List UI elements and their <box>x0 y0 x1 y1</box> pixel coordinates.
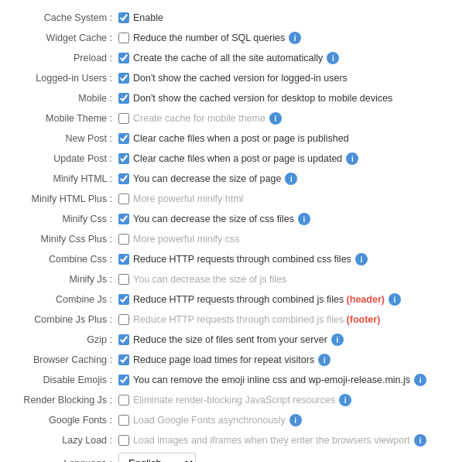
control-minify-html: You can decrease the size of pagei <box>118 173 470 185</box>
row-minify-css: Minify Css :You can decrease the size of… <box>0 209 476 229</box>
control-minify-html-plus: More powerful minify html <box>118 193 470 204</box>
checkbox-logged-in-users[interactable] <box>118 73 129 84</box>
row-minify-html: Minify HTML :You can decrease the size o… <box>0 169 476 189</box>
control-mobile-theme: Create cache for mobile themei <box>118 112 470 125</box>
label-minify-css-plus: Minify Css Plus : <box>6 234 118 245</box>
control-preload: Create the cache of all the site automat… <box>118 52 470 64</box>
label-google-fonts: Google Fonts : <box>6 415 118 426</box>
control-language: EnglishFrenchGermanSpanishItalian <box>118 453 470 462</box>
row-preload: Preload :Create the cache of all the sit… <box>0 48 476 68</box>
description-gzip: Reduce the size of files sent from your … <box>133 334 327 345</box>
checkbox-mobile[interactable] <box>118 93 129 104</box>
description-combine-css: Reduce HTTP requests through combined cs… <box>133 254 351 265</box>
row-combine-js: Combine Js :Reduce HTTP requests through… <box>0 289 476 310</box>
description-combine-js-plus: Reduce HTTP requests through combined js… <box>133 314 380 325</box>
description-mobile-theme: Create cache for mobile theme <box>133 113 265 124</box>
label-combine-js: Combine Js : <box>6 294 118 305</box>
control-gzip: Reduce the size of files sent from your … <box>118 334 470 346</box>
label-cache-system: Cache System : <box>6 12 118 23</box>
label-render-blocking-js: Render Blocking Js : <box>6 395 118 406</box>
control-combine-css: Reduce HTTP requests through combined cs… <box>118 253 470 265</box>
language-select[interactable]: EnglishFrenchGermanSpanishItalian <box>118 453 196 462</box>
info-icon-render-blocking-js[interactable]: i <box>339 394 351 406</box>
row-logged-in-users: Logged-in Users :Don't show the cached v… <box>0 68 476 88</box>
header-tag: (header) <box>347 294 385 305</box>
checkbox-minify-css[interactable] <box>118 214 129 224</box>
checkbox-combine-js[interactable] <box>118 294 129 305</box>
row-combine-css: Combine Css :Reduce HTTP requests throug… <box>0 249 476 269</box>
row-new-post: New Post :Clear cache files when a post … <box>0 128 476 149</box>
info-icon-combine-js[interactable]: i <box>389 293 401 306</box>
row-cache-system: Cache System :Enable <box>0 8 476 28</box>
description-cache-system: Enable <box>133 12 163 23</box>
checkbox-lazy-load[interactable] <box>118 435 129 446</box>
info-icon-gzip[interactable]: i <box>331 334 344 346</box>
checkbox-minify-html[interactable] <box>118 173 129 184</box>
checkbox-render-blocking-js[interactable] <box>118 395 129 406</box>
description-google-fonts: Load Google Fonts asynchronously <box>133 415 286 426</box>
row-minify-js: Minify Js :You can decrease the size of … <box>0 269 476 289</box>
label-mobile-theme: Mobile Theme : <box>6 113 118 124</box>
checkbox-gzip[interactable] <box>118 334 129 345</box>
row-minify-html-plus: Minify HTML Plus :More powerful minify h… <box>0 189 476 209</box>
checkbox-new-post[interactable] <box>118 133 129 144</box>
checkbox-mobile-theme[interactable] <box>118 113 129 124</box>
info-icon-mobile-theme[interactable]: i <box>269 112 282 125</box>
checkbox-widget-cache[interactable] <box>118 33 129 43</box>
control-google-fonts: Load Google Fonts asynchronouslyi <box>118 414 470 426</box>
checkbox-minify-js[interactable] <box>118 274 129 285</box>
checkbox-minify-css-plus[interactable] <box>118 234 129 245</box>
checkbox-cache-system[interactable] <box>118 12 129 23</box>
info-icon-lazy-load[interactable]: i <box>414 434 426 447</box>
description-mobile: Don't show the cached version for deskto… <box>133 93 392 104</box>
label-combine-js-plus: Combine Js Plus : <box>6 314 118 325</box>
info-icon-update-post[interactable]: i <box>346 152 358 165</box>
control-browser-caching: Reduce page load times for repeat visito… <box>118 354 470 366</box>
control-render-blocking-js: Eliminate render-blocking JavaScript res… <box>118 394 470 406</box>
control-cache-system: Enable <box>118 12 470 23</box>
info-icon-disable-emojis[interactable]: i <box>414 374 426 386</box>
row-language: Language :EnglishFrenchGermanSpanishItal… <box>0 450 476 462</box>
label-minify-css: Minify Css : <box>6 214 118 224</box>
description-minify-html-plus: More powerful minify html <box>133 193 243 204</box>
row-mobile-theme: Mobile Theme :Create cache for mobile th… <box>0 108 476 128</box>
description-minify-html: You can decrease the size of page <box>133 173 281 184</box>
control-update-post: Clear cache files when a post or page is… <box>118 152 470 165</box>
control-mobile: Don't show the cached version for deskto… <box>118 93 470 104</box>
control-minify-css: You can decrease the size of css filesi <box>118 213 470 225</box>
description-combine-js: Reduce HTTP requests through combined js… <box>133 294 385 305</box>
label-language: Language : <box>6 458 118 463</box>
description-new-post: Clear cache files when a post or page is… <box>133 133 349 144</box>
info-icon-minify-html[interactable]: i <box>285 173 297 185</box>
row-google-fonts: Google Fonts :Load Google Fonts asynchro… <box>0 410 476 430</box>
label-gzip: Gzip : <box>6 334 118 345</box>
checkbox-google-fonts[interactable] <box>118 415 129 426</box>
info-icon-google-fonts[interactable]: i <box>289 414 302 426</box>
info-icon-widget-cache[interactable]: i <box>289 32 301 44</box>
description-widget-cache: Reduce the number of SQL queries <box>133 33 285 43</box>
row-disable-emojis: Disable Emojis :You can remove the emoji… <box>0 370 476 390</box>
footer-tag: (footer) <box>347 314 381 325</box>
label-minify-html: Minify HTML : <box>6 173 118 184</box>
description-minify-js: You can decrease the size of js files <box>133 274 286 285</box>
info-icon-minify-css[interactable]: i <box>298 213 310 225</box>
label-preload: Preload : <box>6 53 118 63</box>
checkbox-preload[interactable] <box>118 53 129 63</box>
checkbox-browser-caching[interactable] <box>118 354 129 365</box>
checkbox-minify-html-plus[interactable] <box>118 193 129 204</box>
checkbox-update-post[interactable] <box>118 153 129 164</box>
label-widget-cache: Widget Cache : <box>6 33 118 43</box>
row-minify-css-plus: Minify Css Plus :More powerful minify cs… <box>0 229 476 249</box>
label-new-post: New Post : <box>6 133 118 144</box>
settings-table: Cache System :EnableWidget Cache :Reduce… <box>0 8 476 462</box>
checkbox-combine-js-plus[interactable] <box>118 314 129 325</box>
info-icon-combine-css[interactable]: i <box>355 253 368 265</box>
info-icon-preload[interactable]: i <box>327 52 339 64</box>
description-minify-css-plus: More powerful minify css <box>133 234 240 245</box>
checkbox-disable-emojis[interactable] <box>118 375 129 385</box>
row-render-blocking-js: Render Blocking Js :Eliminate render-blo… <box>0 390 476 410</box>
control-combine-js: Reduce HTTP requests through combined js… <box>118 293 470 306</box>
info-icon-browser-caching[interactable]: i <box>318 354 330 366</box>
row-widget-cache: Widget Cache :Reduce the number of SQL q… <box>0 28 476 48</box>
checkbox-combine-css[interactable] <box>118 254 129 265</box>
